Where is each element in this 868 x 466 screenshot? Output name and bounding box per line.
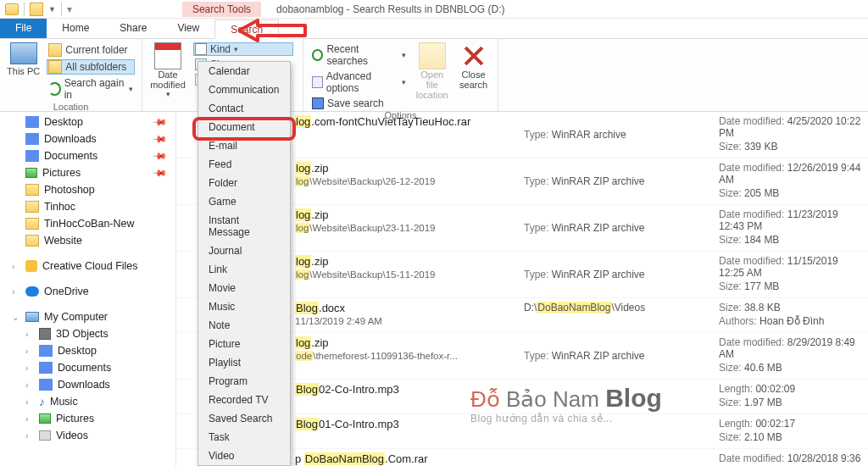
nav-documents[interactable]: Documents📌 [0,147,175,164]
tab-search[interactable]: Search [214,19,279,39]
nav-pictures[interactable]: Pictures📌 [0,164,175,181]
open-file-location-button: Open file location [415,42,449,110]
kind-dropdown-menu[interactable]: CalendarCommunicationContactDocumentE-ma… [198,61,291,466]
pc-icon [25,312,39,322]
tab-file[interactable]: File [0,19,47,38]
group-label-location: Location [7,102,135,114]
nav-videos[interactable]: ›Videos [0,427,175,444]
kind-menu-item[interactable]: Journal [198,241,290,260]
open-location-icon [419,42,446,69]
kind-menu-item[interactable]: Contact [198,99,290,118]
nav-downloads[interactable]: Downloads📌 [0,130,175,147]
kind-menu-item[interactable]: E-mail [198,136,290,155]
kind-menu-item[interactable]: Instant Message [198,211,290,241]
window-title: dobaonamblog - Search Results in DBNBLOG… [276,3,504,15]
folder-icon [48,43,62,57]
kind-icon [195,43,207,55]
kind-menu-item[interactable]: Communication [198,80,290,99]
tab-home[interactable]: Home [47,19,104,38]
nav-desktop2[interactable]: ›Desktop [0,342,175,359]
title-bar: ▼ ▾ Search Tools dobaonamblog - Search R… [0,0,868,19]
kind-menu-item[interactable]: Picture [198,335,290,353]
nav-pictures2[interactable]: ›Pictures [0,410,175,427]
cloud-icon [25,286,39,297]
current-folder-button[interactable]: Current folder [47,42,135,58]
folder-icon [5,3,19,15]
kind-menu-item[interactable]: Music [198,297,290,316]
recent-searches-button[interactable]: Recent searches [310,42,408,68]
date-modified-button[interactable]: Date modified [149,42,186,98]
folder-icon [48,60,62,74]
cc-icon [25,260,37,272]
kind-menu-item[interactable]: Feed [198,155,290,174]
qat-overflow[interactable]: ▾ [67,3,72,15]
nav-music[interactable]: ›♪Music [0,393,175,410]
kind-button[interactable]: Kind [193,42,293,56]
kind-menu-item[interactable]: Movie [198,279,290,297]
search-again-button[interactable]: Search again in [47,76,135,102]
history-icon [312,49,323,61]
ribbon: This PC Current folder All subfolders Se… [0,39,868,112]
close-icon [460,42,487,69]
calendar-icon [154,42,181,69]
kind-menu-item[interactable]: Note [198,316,290,335]
kind-menu-item[interactable]: Video [198,447,290,465]
nav-creative-cloud[interactable]: ›Creative Cloud Files [0,258,175,275]
this-pc-button[interactable]: This PC [7,42,40,102]
music-icon: ♪ [39,397,45,407]
nav-documents2[interactable]: ›Documents [0,359,175,376]
qat-dropdown-icon[interactable]: ▼ [48,5,56,14]
kind-menu-item[interactable]: Game [198,192,290,211]
contextual-tab-label: Search Tools [182,2,261,17]
kind-menu-item[interactable]: Link [198,260,290,279]
pc-icon [10,42,37,64]
kind-menu-item[interactable]: Program [198,372,290,391]
kind-menu-item[interactable]: Playlist [198,353,290,372]
tab-view[interactable]: View [162,19,214,38]
qat-icon[interactable] [30,3,43,16]
quick-access-toolbar: ▼ ▾ [0,3,77,16]
refresh-icon [48,82,60,96]
all-subfolders-button[interactable]: All subfolders [47,59,135,75]
nav-desktop[interactable]: Desktop📌 [0,114,175,130]
kind-menu-item[interactable]: Document [198,118,290,136]
nav-photoshop[interactable]: Photoshop [0,181,175,198]
nav-tinhoc[interactable]: Tinhoc [0,198,175,215]
kind-menu-item[interactable]: Folder [198,174,290,192]
kind-menu-item[interactable]: Recorded TV [198,391,290,409]
kind-menu-item[interactable]: Saved Search [198,409,290,428]
nav-website[interactable]: Website [0,232,175,249]
tab-share[interactable]: Share [104,19,162,38]
nav-my-computer[interactable]: ⌄My Computer [0,308,175,325]
nav-tinhoccoban[interactable]: TinHocCoBan-New [0,215,175,232]
advanced-options-button[interactable]: Advanced options [310,69,408,95]
nav-onedrive[interactable]: ›OneDrive [0,283,175,300]
kind-menu-item[interactable]: Calendar [198,62,290,80]
nav-downloads2[interactable]: ›Downloads [0,376,175,393]
ribbon-tabs: File Home Share View Search [0,19,868,39]
options-icon [312,76,323,88]
nav-3d-objects[interactable]: ›3D Objects [0,325,175,342]
kind-menu-item[interactable]: Task [198,428,290,447]
navigation-pane[interactable]: Desktop📌 Downloads📌 Documents📌 Pictures📌… [0,112,176,466]
save-icon [312,97,324,109]
save-search-button[interactable]: Save search [310,97,408,110]
close-search-button[interactable]: Close search [456,42,491,110]
